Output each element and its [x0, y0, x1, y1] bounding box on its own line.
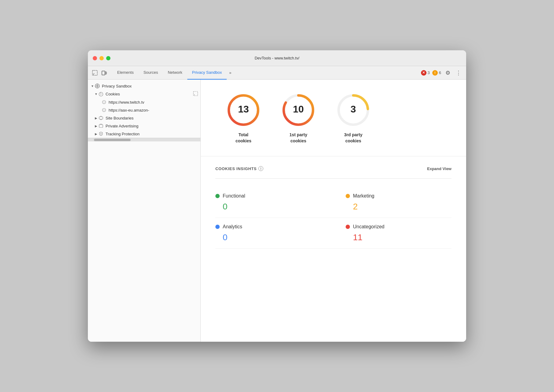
- svg-point-17: [104, 110, 105, 110]
- toolbar: Elements Sources Network Privacy Sandbox…: [88, 66, 466, 80]
- first-party-label: 1st partycookies: [290, 132, 307, 144]
- tab-privacy-sandbox[interactable]: Privacy Sandbox: [187, 66, 227, 80]
- sidebar: ▼ Privacy Sandbox ▼: [88, 80, 201, 342]
- third-party-circle: 3: [335, 92, 372, 128]
- svg-text:13: 13: [238, 104, 249, 115]
- functional-value: 0: [215, 202, 333, 212]
- tracking-protection-icon: [98, 131, 104, 137]
- svg-rect-3: [105, 72, 106, 74]
- error-icon: ✕: [421, 70, 426, 76]
- warning-badge[interactable]: ! 6: [432, 70, 441, 76]
- sidebar-private-advertising-label: Private Advertising: [106, 124, 198, 128]
- insights-info-icon[interactable]: i: [258, 166, 263, 171]
- sidebar-site-boundaries-label: Site Boundaries: [106, 116, 198, 120]
- total-cookies-label: Totalcookies: [236, 132, 251, 144]
- toolbar-tabs: Elements Sources Network Privacy Sandbox…: [112, 66, 421, 80]
- traffic-lights: [93, 56, 110, 60]
- chevron-right-icon: ▶: [94, 132, 98, 136]
- sidebar-item-site-boundaries[interactable]: ▶ Site Boundaries: [88, 114, 200, 122]
- sidebar-privacy-sandbox-label: Privacy Sandbox: [102, 84, 198, 88]
- insight-analytics: Analytics 0: [215, 218, 333, 249]
- svg-text:10: 10: [293, 104, 304, 115]
- svg-rect-21: [99, 125, 103, 127]
- tab-network[interactable]: Network: [163, 66, 187, 80]
- cookies-icon: [98, 91, 104, 97]
- svg-point-8: [101, 94, 102, 94]
- sidebar-item-cookies[interactable]: ▼ Cookies: [88, 90, 200, 98]
- minimize-button[interactable]: [99, 56, 104, 60]
- svg-point-15: [103, 109, 106, 112]
- marketing-header: Marketing: [346, 193, 451, 199]
- functional-label: Functional: [223, 193, 245, 199]
- devtools-window: DevTools - www.twitch.tv/ Elements: [88, 50, 466, 342]
- maximize-button[interactable]: [106, 56, 110, 60]
- svg-text:3: 3: [351, 104, 356, 115]
- scrollbar-thumb[interactable]: [94, 139, 131, 141]
- tab-sources[interactable]: Sources: [138, 66, 163, 80]
- total-cookies-circle: 13: [225, 92, 262, 128]
- error-badge[interactable]: ✕ 3: [421, 70, 430, 76]
- third-party-label: 3rd partycookies: [344, 132, 362, 144]
- inspect-icon[interactable]: [92, 69, 98, 76]
- uncategorized-header: Uncategorized: [346, 224, 451, 230]
- chevron-down-icon: ▼: [90, 84, 95, 88]
- cookie-url-amazon-icon: [101, 107, 107, 113]
- functional-header: Functional: [215, 193, 333, 199]
- sidebar-item-tracking-protection[interactable]: ▶ Tracking Protection: [88, 130, 200, 138]
- chevron-right-icon: ▶: [94, 116, 98, 120]
- cookies-action-icon[interactable]: [193, 91, 198, 97]
- insight-uncategorized: Uncategorized 11: [333, 218, 451, 249]
- cookie-url-icon: [101, 99, 107, 105]
- chevron-right-icon: ▶: [94, 124, 98, 128]
- warning-icon: !: [432, 70, 438, 76]
- more-options-button[interactable]: ⋮: [455, 69, 462, 76]
- analytics-value: 0: [215, 233, 333, 242]
- expand-view-button[interactable]: Expand View: [427, 166, 451, 171]
- close-button[interactable]: [93, 56, 97, 60]
- privacy-sandbox-icon: [95, 83, 100, 89]
- svg-point-16: [103, 109, 104, 110]
- marketing-label: Marketing: [353, 193, 374, 199]
- window-title: DevTools - www.twitch.tv/: [255, 56, 300, 60]
- main-layout: ▼ Privacy Sandbox ▼: [88, 80, 466, 342]
- settings-button[interactable]: ⚙: [444, 69, 452, 76]
- sidebar-twitch-label: https://www.twitch.tv: [109, 100, 198, 105]
- first-party-circle: 10: [280, 92, 317, 128]
- third-party-cookies-stat: 3 3rd partycookies: [335, 92, 372, 144]
- svg-point-18: [104, 110, 104, 111]
- svg-point-12: [103, 102, 104, 102]
- content-area: 13 Totalcookies: [201, 80, 466, 342]
- sidebar-scrollbar: [88, 138, 200, 141]
- site-boundaries-icon: [98, 115, 104, 121]
- private-advertising-icon: [98, 123, 104, 129]
- cookies-stats: 13 Totalcookies: [201, 80, 466, 156]
- insights-header: COOKIES INSIGHTS i Expand View: [215, 166, 451, 171]
- sidebar-item-amazon-url[interactable]: https://aax-eu.amazon-: [88, 106, 200, 114]
- sidebar-item-private-advertising[interactable]: ▶ Private Advertising: [88, 122, 200, 130]
- first-party-cookies-stat: 10 1st partycookies: [280, 92, 317, 144]
- analytics-label: Analytics: [223, 224, 242, 230]
- total-cookies-stat: 13 Totalcookies: [225, 92, 262, 144]
- tab-more-button[interactable]: »: [227, 66, 234, 80]
- analytics-dot: [215, 225, 220, 229]
- tab-elements[interactable]: Elements: [112, 66, 138, 80]
- sidebar-item-privacy-sandbox-root[interactable]: ▼ Privacy Sandbox: [88, 82, 200, 90]
- sidebar-item-twitch-url[interactable]: https://www.twitch.tv: [88, 98, 200, 106]
- uncategorized-value: 11: [346, 233, 451, 242]
- sidebar-tracking-protection-label: Tracking Protection: [106, 132, 198, 136]
- svg-point-13: [104, 102, 105, 102]
- svg-point-11: [103, 101, 106, 104]
- toolbar-icons: [92, 69, 107, 76]
- sidebar-amazon-label: https://aax-eu.amazon-: [109, 108, 198, 112]
- insight-marketing: Marketing 2: [333, 187, 451, 218]
- svg-point-22: [100, 133, 102, 134]
- device-icon[interactable]: [101, 69, 107, 76]
- svg-point-6: [99, 92, 103, 96]
- functional-dot: [215, 194, 220, 198]
- insights-divider: [215, 178, 451, 179]
- insights-grid: Functional 0 Marketing 2: [215, 187, 451, 249]
- titlebar: DevTools - www.twitch.tv/: [88, 50, 466, 66]
- insights-section: COOKIES INSIGHTS i Expand View Functiona…: [201, 156, 466, 258]
- marketing-value: 2: [346, 202, 451, 212]
- chevron-down-icon: ▼: [94, 92, 98, 96]
